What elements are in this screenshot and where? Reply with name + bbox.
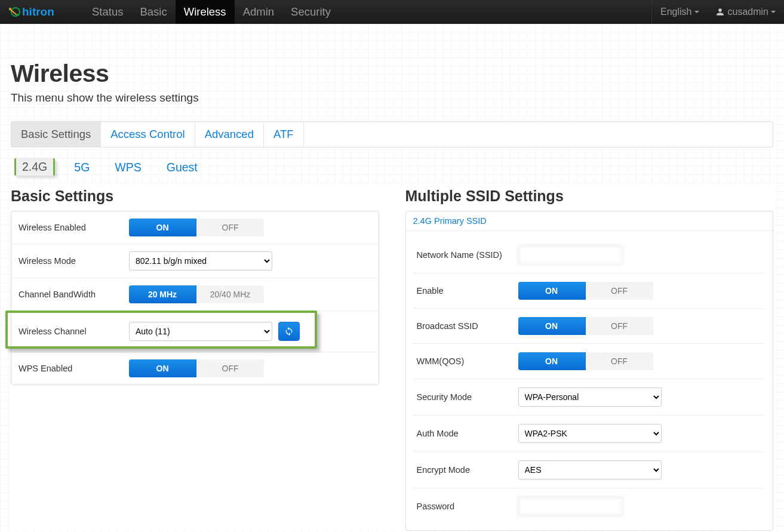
row-wps-enabled: WPS Enabled ON OFF — [11, 352, 379, 385]
row-encrypt-mode: Encrypt Mode AES — [413, 451, 766, 488]
caret-down-icon — [771, 11, 776, 13]
nav-status[interactable]: Status — [84, 0, 131, 24]
tabs-bar: Basic Settings Access Control Advanced A… — [11, 121, 773, 147]
toggle-off: OFF — [196, 359, 264, 377]
refresh-icon — [284, 327, 294, 336]
subtab-24g[interactable]: 2.4G — [16, 158, 53, 176]
row-wmm: WMM(QOS) ON OFF — [413, 343, 766, 379]
select-wireless-mode[interactable]: 802.11 b/g/n mixed — [129, 251, 272, 270]
toggle-enable[interactable]: ON OFF — [518, 282, 653, 300]
ssid-settings-heading: Multiple SSID Settings — [405, 187, 774, 205]
row-auth-mode: Auth Mode WPA2-PSK — [413, 415, 766, 451]
toggle-on: ON — [518, 317, 586, 335]
toggle-off: OFF — [586, 317, 653, 335]
svg-point-0 — [9, 8, 11, 10]
toggle-off: OFF — [196, 219, 264, 236]
ssid-tab-primary[interactable]: 2.4G Primary SSID — [413, 216, 487, 226]
tab-atf[interactable]: ATF — [264, 122, 304, 147]
row-wireless-mode: Wireless Mode 802.11 b/g/n mixed — [11, 244, 379, 278]
nav-security[interactable]: Security — [282, 0, 339, 24]
toggle-wireless-enabled[interactable]: ON OFF — [129, 219, 264, 236]
label-enable: Enable — [417, 286, 518, 296]
language-dropdown[interactable]: English — [652, 0, 707, 24]
refresh-channel-button[interactable] — [278, 322, 300, 341]
svg-point-1 — [16, 14, 19, 16]
caret-down-icon — [694, 11, 699, 13]
nav-basic[interactable]: Basic — [131, 0, 175, 24]
label-wmm: WMM(QOS) — [417, 356, 518, 366]
toggle-on: ON — [518, 282, 586, 300]
select-encrypt-mode[interactable]: AES — [518, 460, 662, 479]
toggle-on: ON — [129, 359, 196, 377]
label-password: Password — [417, 502, 518, 511]
language-label: English — [660, 7, 691, 17]
top-navbar: hitron Status Basic Wireless Admin Secur… — [0, 0, 784, 24]
label-broadcast: Broadcast SSID — [417, 321, 518, 331]
nav-admin[interactable]: Admin — [235, 0, 282, 24]
label-network-name: Network Name (SSID) — [417, 250, 518, 260]
label-auth-mode: Auth Mode — [417, 429, 518, 438]
nav-wireless[interactable]: Wireless — [176, 0, 235, 24]
row-enable: Enable ON OFF — [413, 273, 766, 308]
toggle-broadcast[interactable]: ON OFF — [518, 317, 653, 335]
toggle-opt-20: 20 MHz — [129, 285, 196, 303]
tab-access-control[interactable]: Access Control — [101, 122, 195, 147]
input-network-name[interactable] — [518, 245, 623, 265]
toggle-on: ON — [129, 219, 196, 236]
row-wireless-channel: Wireless Channel Auto (11) — [11, 310, 379, 352]
svg-text:hitron: hitron — [22, 5, 54, 18]
main-nav: Status Basic Wireless Admin Security — [84, 0, 339, 24]
label-wireless-enabled: Wireless Enabled — [19, 223, 129, 232]
row-password: Password — [413, 488, 766, 524]
subtab-5g[interactable]: 5G — [68, 158, 96, 177]
row-network-name: Network Name (SSID) — [413, 237, 766, 273]
select-wireless-channel[interactable]: Auto (11) — [129, 322, 272, 341]
highlight-frame-24g: 2.4G — [14, 158, 55, 176]
toggle-wmm[interactable]: ON OFF — [518, 352, 653, 370]
select-security-mode[interactable]: WPA-Personal — [518, 388, 662, 407]
select-auth-mode[interactable]: WPA2-PSK — [518, 424, 662, 443]
basic-settings-heading: Basic Settings — [11, 187, 379, 205]
ssid-panel-heading: 2.4G Primary SSID — [406, 211, 773, 231]
row-broadcast: Broadcast SSID ON OFF — [413, 308, 766, 343]
ssid-settings-panel: 2.4G Primary SSID Network Name (SSID) En… — [405, 211, 774, 531]
label-wps-enabled: WPS Enabled — [19, 364, 129, 373]
user-icon — [716, 8, 724, 16]
subtab-wps[interactable]: WPS — [109, 158, 147, 177]
toggle-opt-2040: 20/40 MHz — [196, 285, 264, 303]
brand-logo[interactable]: hitron — [0, 0, 84, 24]
label-encrypt-mode: Encrypt Mode — [417, 465, 518, 475]
toggle-on: ON — [518, 352, 586, 370]
input-password[interactable] — [518, 497, 623, 516]
toggle-wps-enabled[interactable]: ON OFF — [129, 359, 264, 377]
row-security-mode: Security Mode WPA-Personal — [413, 379, 766, 415]
label-wireless-mode: Wireless Mode — [19, 256, 129, 266]
page-title: Wireless — [11, 60, 773, 88]
subtab-guest[interactable]: Guest — [161, 158, 204, 177]
row-wireless-enabled: Wireless Enabled ON OFF — [11, 211, 379, 244]
basic-settings-panel: Wireless Enabled ON OFF Wireless Mode 80… — [11, 211, 379, 385]
label-channel-bandwidth: Channel BandWidth — [19, 290, 129, 299]
row-channel-bandwidth: Channel BandWidth 20 MHz 20/40 MHz — [11, 278, 379, 310]
toggle-channel-bandwidth[interactable]: 20 MHz 20/40 MHz — [129, 285, 264, 303]
toggle-off: OFF — [586, 282, 653, 300]
toggle-off: OFF — [586, 352, 653, 370]
user-dropdown[interactable]: cusadmin — [708, 0, 784, 24]
tab-basic-settings[interactable]: Basic Settings — [11, 122, 101, 147]
label-security-mode: Security Mode — [417, 392, 518, 402]
tab-advanced[interactable]: Advanced — [195, 122, 264, 147]
page-subtitle: This menu show the wireless settings — [11, 91, 773, 104]
label-wireless-channel: Wireless Channel — [19, 327, 129, 336]
sub-tabs: 2.4G 5G WPS Guest — [11, 158, 773, 185]
user-label: cusadmin — [728, 7, 768, 17]
